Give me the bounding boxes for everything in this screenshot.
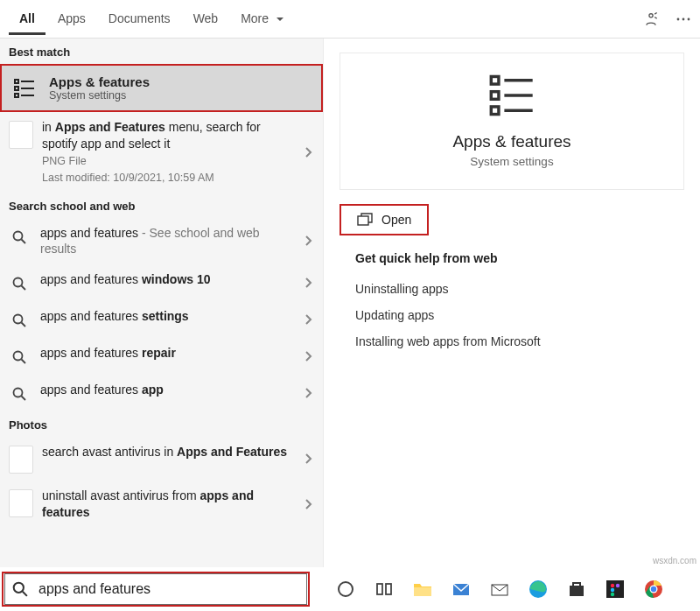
svg-point-2 [682,18,685,20]
search-icon [9,273,30,294]
svg-point-41 [611,593,614,596]
web-result-item[interactable]: apps and features - See school and web r… [0,218,323,265]
mail-app-icon[interactable] [452,579,471,599]
svg-point-0 [649,13,653,17]
svg-rect-24 [491,107,499,115]
svg-point-27 [14,583,24,593]
svg-point-39 [616,584,620,587]
edge-icon[interactable] [528,579,548,599]
task-view-icon[interactable] [374,579,394,599]
svg-line-15 [22,323,26,327]
open-label: Open [382,213,411,227]
svg-rect-30 [377,584,382,594]
tab-list: All Apps Documents Web More [9,3,295,35]
quick-help-section: Get quick help from web Uninstalling app… [324,242,700,363]
photo-thumbnail-icon [9,446,33,474]
quick-help-link[interactable]: Updating apps [355,302,668,328]
tab-more[interactable]: More [230,3,295,35]
open-icon [357,213,373,227]
file-explorer-icon[interactable] [413,579,432,599]
tab-more-label: More [241,11,269,25]
file-result-item[interactable]: in Apps and Features menu, search for sp… [0,112,323,193]
svg-point-38 [611,584,614,587]
chrome-icon[interactable] [644,579,663,599]
details-subtitle: System settings [349,155,675,168]
photo-result-item[interactable]: search avast antivirus in Apps and Featu… [0,437,323,481]
svg-rect-8 [15,94,18,97]
quick-help-link[interactable]: Installing web apps from Microsoft [355,328,668,355]
chevron-right-icon[interactable] [304,387,312,399]
best-match-subtitle: System settings [49,89,150,102]
section-best-match: Best match [0,39,323,64]
open-button[interactable]: Open [340,204,429,235]
quick-help-link[interactable]: Uninstalling apps [355,276,668,302]
chevron-right-icon[interactable] [304,498,312,510]
details-pane: Apps & features System settings Open Get… [324,39,700,567]
best-match-item[interactable]: Apps & features System settings [0,64,323,112]
photo-thumbnail-icon [9,489,33,517]
svg-rect-32 [414,587,431,596]
results-list: Best match Apps & features System settin… [0,39,324,567]
svg-point-10 [14,231,23,240]
details-card: Apps & features System settings [340,53,684,190]
svg-rect-37 [606,580,624,598]
svg-line-19 [22,397,26,401]
quick-help-title: Get quick help from web [355,251,668,265]
tab-apps[interactable]: Apps [47,3,96,35]
svg-rect-26 [358,216,368,225]
web-result-item[interactable]: apps and features repair [0,338,323,375]
cortana-icon[interactable] [336,579,355,599]
svg-point-3 [688,18,690,20]
search-input[interactable] [35,581,306,597]
chevron-right-icon[interactable] [304,453,312,465]
section-search-web: Search school and web [0,193,323,218]
svg-rect-4 [15,80,18,83]
tab-all[interactable]: All [9,3,46,35]
web-result-item[interactable]: apps and features windows 10 [0,264,323,301]
file-result-pre: in [42,120,55,134]
store-icon[interactable] [567,579,586,599]
list-settings-icon [12,76,37,101]
tab-documents[interactable]: Documents [98,3,181,35]
svg-line-17 [22,360,26,364]
svg-point-14 [14,315,23,324]
tab-web[interactable]: Web [183,3,229,35]
list-settings-icon-large [349,71,675,120]
svg-line-28 [23,592,27,596]
svg-point-12 [14,278,23,287]
figma-icon[interactable] [606,579,625,599]
file-result-bold: Apps and Features [55,120,165,134]
svg-point-1 [677,18,680,20]
svg-line-11 [22,239,26,243]
search-icon [5,581,35,597]
svg-point-16 [14,352,23,361]
more-icon[interactable] [676,11,691,27]
taskbar [0,567,700,611]
web-result-item[interactable]: apps and features app [0,375,323,411]
svg-rect-36 [570,586,584,596]
svg-point-40 [611,588,614,592]
section-photos: Photos [0,411,323,437]
search-scope-tabs: All Apps Documents Web More [0,0,700,39]
svg-point-18 [14,389,23,397]
svg-point-29 [339,582,353,596]
svg-line-13 [22,286,26,291]
chevron-right-icon[interactable] [304,235,312,247]
chevron-right-icon[interactable] [304,277,312,289]
details-title: Apps & features [349,132,675,151]
web-result-item[interactable]: apps and features settings [0,301,323,338]
svg-rect-22 [491,92,499,100]
svg-point-44 [651,586,656,592]
envelope-icon[interactable] [490,579,509,599]
search-icon [9,347,30,368]
chevron-down-icon [276,16,284,23]
svg-rect-31 [386,584,391,594]
chevron-right-icon[interactable] [304,313,312,326]
chevron-right-icon[interactable] [304,350,312,362]
photo-result-item[interactable]: uninstall avast antivirus from apps and … [0,481,323,528]
chevron-right-icon[interactable] [304,146,312,158]
file-result-type: PNG File [42,154,293,169]
search-icon [9,310,30,331]
file-thumbnail-icon [9,121,33,149]
feedback-icon[interactable] [642,11,660,28]
